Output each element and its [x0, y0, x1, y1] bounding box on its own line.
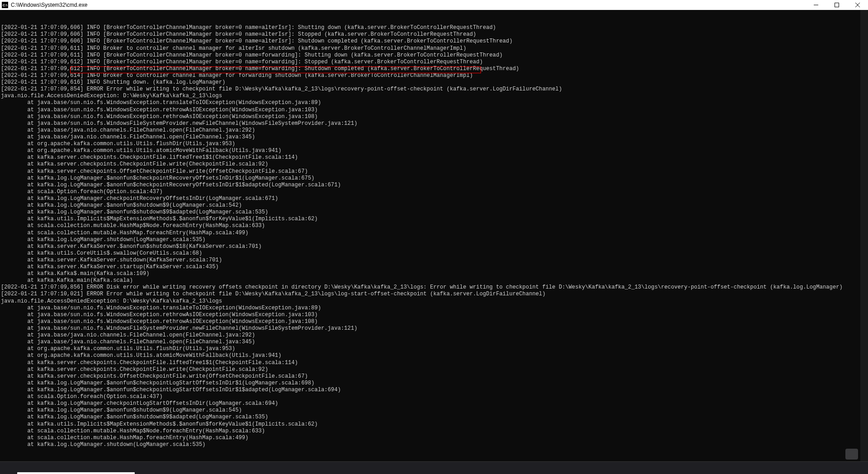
- log-line: at kafka.server.checkpoints.OffsetCheckp…: [1, 168, 867, 175]
- log-line: [2022-01-21 17:07:09,611] INFO Broker to…: [1, 45, 867, 52]
- log-line: at kafka.server.checkpoints.CheckpointFi…: [1, 360, 867, 366]
- window-titlebar[interactable]: C:\ C:\Windows\System32\cmd.exe: [0, 0, 868, 10]
- log-line: at kafka.server.checkpoints.CheckpointFi…: [1, 366, 867, 373]
- log-line: at kafka.log.LogManager.$anonfun$shutdow…: [1, 209, 867, 216]
- vertical-scrollbar[interactable]: [860, 10, 868, 461]
- log-line: at java.base/sun.nio.fs.WindowsFileSyste…: [1, 120, 867, 127]
- maximize-button[interactable]: [826, 0, 847, 10]
- minimize-button[interactable]: [806, 0, 826, 10]
- log-line: [2022-01-21 17:07:09,606] INFO [BrokerTo…: [1, 38, 867, 45]
- log-line: at kafka.utils.Implicits$MapExtensionMet…: [1, 421, 867, 428]
- close-icon: [855, 3, 860, 7]
- taskbar-active-indicator: [17, 472, 135, 474]
- titlebar-controls: [806, 0, 868, 10]
- log-line: at kafka.utils.Implicits$MapExtensionMet…: [1, 216, 867, 223]
- log-line: at kafka.server.KafkaServer.$anonfun$shu…: [1, 243, 867, 250]
- log-line: at kafka.log.LogManager.$anonfun$shutdow…: [1, 202, 867, 209]
- log-line: at java.base/sun.nio.fs.WindowsException…: [1, 114, 867, 120]
- log-line: at kafka.log.LogManager.$anonfun$checkpo…: [1, 182, 867, 189]
- log-line: at scala.collection.mutable.HashMap$Node…: [1, 428, 867, 435]
- assistant-badge-icon[interactable]: [845, 449, 858, 460]
- log-line: at kafka.server.checkpoints.CheckpointFi…: [1, 161, 867, 168]
- log-line: at kafka.log.LogManager.checkpointLogSta…: [1, 400, 867, 407]
- cmd-icon: C:\: [2, 2, 8, 8]
- log-line: at kafka.log.LogManager.$anonfun$checkpo…: [1, 387, 867, 393]
- log-line: at kafka.log.LogManager.$anonfun$checkpo…: [1, 175, 867, 182]
- log-line: at org.apache.kafka.common.utils.Utils.f…: [1, 141, 867, 147]
- log-line: at kafka.server.checkpoints.CheckpointFi…: [1, 154, 867, 161]
- log-line: java.nio.file.AccessDeniedException: D:\…: [1, 93, 867, 100]
- log-line: at kafka.log.LogManager.shutdown(LogMana…: [1, 441, 867, 448]
- log-line: at kafka.log.LogManager.$anonfun$checkpo…: [1, 380, 867, 387]
- log-line: at kafka.log.LogManager.$anonfun$shutdow…: [1, 407, 867, 414]
- minimize-icon: [814, 3, 818, 7]
- log-line: at java.base/java.nio.channels.FileChann…: [1, 339, 867, 346]
- log-line: at scala.Option.foreach(Option.scala:437…: [1, 393, 867, 400]
- log-line: at scala.Option.foreach(Option.scala:437…: [1, 189, 867, 195]
- log-line: at org.apache.kafka.common.utils.Utils.a…: [1, 352, 867, 359]
- log-line: at java.base/sun.nio.fs.WindowsException…: [1, 305, 867, 312]
- taskbar[interactable]: [0, 461, 868, 474]
- log-line: at org.apache.kafka.common.utils.Utils.a…: [1, 147, 867, 154]
- log-line: at kafka.log.LogManager.checkpointRecove…: [1, 195, 867, 202]
- log-line: [2022-01-21 17:07:09,612] INFO [BrokerTo…: [1, 59, 867, 66]
- log-line: at java.base/sun.nio.fs.WindowsException…: [1, 312, 867, 318]
- log-line: at kafka.server.KafkaServer.startup(Kafk…: [1, 264, 867, 270]
- log-line: at java.base/java.nio.channels.FileChann…: [1, 332, 867, 339]
- log-line: [2022-01-21 17:07:10,021] ERROR Error wh…: [1, 291, 867, 298]
- log-line: at scala.collection.mutable.HashMap.fore…: [1, 435, 867, 441]
- log-line: at kafka.server.checkpoints.OffsetCheckp…: [1, 373, 867, 380]
- log-line: at kafka.utils.CoreUtils$.swallow(CoreUt…: [1, 250, 867, 257]
- log-line: at scala.collection.mutable.HashMap$Node…: [1, 223, 867, 229]
- log-line: [2022-01-21 17:07:09,616] INFO Shutting …: [1, 79, 867, 86]
- log-line: at java.base/sun.nio.fs.WindowsException…: [1, 107, 867, 114]
- svg-rect-1: [835, 3, 839, 7]
- log-line: at org.apache.kafka.common.utils.Utils.f…: [1, 346, 867, 352]
- log-line: at kafka.log.LogManager.shutdown(LogMana…: [1, 237, 867, 243]
- log-line: [2022-01-21 17:07:09,612] INFO [BrokerTo…: [1, 66, 867, 72]
- log-line: at kafka.log.LogManager.$anonfun$shutdow…: [1, 414, 867, 421]
- log-line: [2022-01-21 17:07:09,856] ERROR Disk err…: [1, 284, 867, 291]
- log-line: at kafka.Kafka$.main(Kafka.scala:109): [1, 270, 867, 277]
- log-line: [2022-01-21 17:07:09,606] INFO [BrokerTo…: [1, 31, 867, 38]
- log-line: at java.base/sun.nio.fs.WindowsException…: [1, 318, 867, 325]
- log-line: at java.base/sun.nio.fs.WindowsException…: [1, 100, 867, 106]
- log-line: at java.base/java.nio.channels.FileChann…: [1, 134, 867, 141]
- log-line: at java.base/java.nio.channels.FileChann…: [1, 127, 867, 134]
- log-line: java.nio.file.AccessDeniedException: D:\…: [1, 298, 867, 305]
- log-line: [2022-01-21 17:07:09,614] INFO Broker to…: [1, 72, 867, 79]
- log-line: [2022-01-21 17:07:09,611] INFO [BrokerTo…: [1, 52, 867, 59]
- log-line: [2022-01-21 17:07:09,606] INFO [BrokerTo…: [1, 24, 867, 31]
- titlebar-left: C:\ C:\Windows\System32\cmd.exe: [2, 2, 87, 8]
- close-button[interactable]: [847, 0, 868, 10]
- window-title: C:\Windows\System32\cmd.exe: [11, 2, 87, 8]
- log-line: [2022-01-21 17:07:09,854] ERROR Error wh…: [1, 86, 867, 93]
- maximize-icon: [835, 3, 839, 7]
- log-line: at kafka.server.KafkaServer.shutdown(Kaf…: [1, 257, 867, 264]
- log-line: at kafka.Kafka.main(Kafka.scala): [1, 277, 867, 284]
- log-line: at scala.collection.mutable.HashMap.fore…: [1, 230, 867, 237]
- console-output[interactable]: [2022-01-21 17:07:09,606] INFO [BrokerTo…: [0, 10, 868, 461]
- log-line: at java.base/sun.nio.fs.WindowsFileSyste…: [1, 325, 867, 332]
